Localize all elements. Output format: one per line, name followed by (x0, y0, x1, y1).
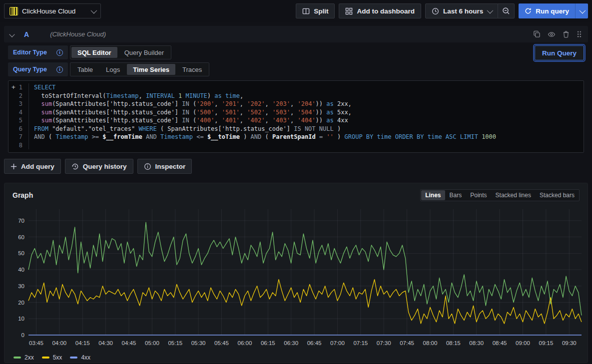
svg-text:08:00: 08:00 (423, 340, 438, 346)
svg-text:06:30: 06:30 (284, 340, 298, 346)
svg-text:05:30: 05:30 (191, 340, 206, 346)
explore-actions: Add query Query history Inspector (4, 159, 588, 174)
legend-item-5xx[interactable]: 5xx (42, 354, 62, 361)
query-type-option-logs[interactable]: Logs (100, 64, 126, 75)
query-type-option-time-series[interactable]: Time Series (127, 64, 175, 75)
sql-code-editor[interactable]: + 1SELECT2 toStartOfInterval(Timestamp, … (8, 80, 584, 153)
svg-text:50: 50 (18, 250, 24, 256)
run-query-panel-button[interactable]: Run Query (535, 45, 584, 60)
line-number: 4 (8, 108, 28, 117)
run-query-button[interactable]: Run query (519, 3, 575, 18)
query-ref-id[interactable]: A (24, 30, 29, 38)
explore-toolbar: ClickHouse Cloud Split Add to dashboard … (0, 0, 592, 22)
code-line[interactable]: 7AND ( Timestamp >= $__fromTime AND Time… (8, 133, 584, 141)
panel-title: Graph (12, 191, 33, 199)
svg-text:09:15: 09:15 (539, 340, 554, 346)
chart-legend: 2xx 5xx 4xx (8, 352, 584, 363)
sql-code-lines: 1SELECT2 toStartOfInterval(Timestamp, IN… (8, 83, 584, 149)
run-query-caret-button[interactable] (575, 3, 588, 18)
graph-style-stacked-lines[interactable]: Stacked lines (492, 190, 535, 200)
datasource-label: ClickHouse Cloud (22, 7, 87, 15)
svg-text:04:00: 04:00 (52, 340, 66, 346)
query-type-radio-group: Table Logs Time Series Traces (70, 62, 209, 76)
svg-text:05:45: 05:45 (214, 340, 229, 346)
svg-text:06:45: 06:45 (307, 340, 322, 346)
code-line[interactable]: 6FROM "default"."otel_traces" WHERE ( Sp… (8, 125, 584, 133)
info-icon[interactable]: i (56, 66, 63, 73)
sync-icon (525, 7, 532, 14)
apps-grid-icon (345, 7, 353, 15)
svg-text:08:30: 08:30 (469, 340, 484, 346)
disable-query-button[interactable] (548, 30, 556, 38)
svg-text:10: 10 (18, 316, 24, 322)
clock-icon (432, 7, 439, 15)
copy-icon (533, 30, 541, 38)
line-number: 5 (8, 116, 28, 125)
time-range-picker[interactable]: Last 6 hours (425, 3, 498, 18)
drag-dots-icon (577, 30, 582, 38)
add-to-dashboard-button[interactable]: Add to dashboard (339, 3, 421, 18)
query-row-header: A (ClickHouse Cloud) (4, 26, 588, 42)
query-datasource-hint: (ClickHouse Cloud) (50, 30, 106, 38)
svg-text:60: 60 (18, 234, 24, 240)
inspector-button[interactable]: Inspector (137, 159, 192, 174)
editor-type-radio-group: SQL Editor Query Builder (70, 45, 171, 59)
zoom-out-button[interactable] (498, 3, 515, 18)
duplicate-query-button[interactable] (533, 30, 541, 38)
editor-type-option-sql-editor[interactable]: SQL Editor (71, 47, 117, 58)
chevron-down-icon (487, 7, 494, 13)
legend-item-4xx[interactable]: 4xx (70, 354, 90, 361)
svg-text:20: 20 (18, 300, 24, 306)
run-query-split-button: Run query (519, 3, 588, 18)
svg-text:07:30: 07:30 (377, 340, 391, 346)
code-line[interactable]: 3 sum(SpanAttributes['http.status_code']… (8, 100, 584, 108)
svg-text:30: 30 (18, 283, 24, 289)
graph-style-stacked-bars[interactable]: Stacked bars (536, 190, 579, 200)
svg-text:06:00: 06:00 (238, 340, 252, 346)
delete-query-button[interactable] (563, 30, 570, 38)
collapse-chevron-icon[interactable] (9, 31, 14, 37)
editor-type-option-query-builder[interactable]: Query Builder (118, 47, 170, 58)
svg-text:08:15: 08:15 (446, 340, 461, 346)
svg-text:05:15: 05:15 (168, 340, 182, 346)
graph-style-points[interactable]: Points (466, 190, 491, 200)
line-number: 3 (8, 100, 28, 108)
split-button[interactable]: Split (296, 3, 335, 18)
drag-handle[interactable] (577, 30, 582, 38)
svg-text:09:00: 09:00 (516, 340, 530, 346)
svg-text:04:15: 04:15 (75, 340, 90, 346)
line-number: 7 (8, 133, 28, 141)
line-number: 8 (8, 141, 28, 150)
trash-icon (563, 30, 570, 38)
info-icon[interactable]: i (56, 49, 63, 56)
query-history-button[interactable]: Query history (65, 159, 133, 174)
code-line[interactable]: 4 sum(SpanAttributes['http.status_code']… (8, 108, 584, 117)
datasource-picker[interactable]: ClickHouse Cloud (4, 3, 101, 18)
code-line[interactable]: 5 sum(SpanAttributes['http.status_code']… (8, 116, 584, 125)
line-number: 2 (8, 92, 28, 100)
svg-text:06:15: 06:15 (261, 340, 275, 346)
code-line[interactable]: 1SELECT (8, 83, 584, 92)
legend-swatch-5xx (42, 357, 49, 359)
query-type-option-traces[interactable]: Traces (176, 64, 208, 75)
split-icon (302, 7, 310, 15)
svg-text:07:45: 07:45 (400, 340, 414, 346)
graph-style-lines[interactable]: Lines (421, 190, 445, 200)
time-series-chart[interactable]: 01020304050607003:4504:0004:1504:3004:45… (8, 204, 585, 350)
editor-type-label: Editor Type i (8, 45, 68, 59)
chevron-down-icon (580, 7, 586, 13)
query-type-option-table[interactable]: Table (71, 64, 99, 75)
svg-text:08:45: 08:45 (493, 340, 507, 346)
graph-panel: Graph Lines Bars Points Stacked lines St… (4, 183, 588, 363)
info-circle-icon (144, 163, 151, 170)
add-line-icon[interactable]: + (11, 83, 15, 92)
legend-swatch-2xx (13, 357, 21, 359)
code-line[interactable]: 2 toStartOfInterval(Timestamp, INTERVAL … (8, 92, 584, 100)
legend-item-2xx[interactable]: 2xx (13, 354, 34, 361)
svg-text:07:00: 07:00 (330, 340, 345, 346)
chevron-down-icon (91, 7, 97, 13)
query-type-label: Query Type i (8, 62, 68, 76)
add-query-button[interactable]: Add query (4, 159, 61, 174)
graph-style-bars[interactable]: Bars (446, 190, 466, 200)
code-line[interactable]: 8 (8, 141, 584, 150)
